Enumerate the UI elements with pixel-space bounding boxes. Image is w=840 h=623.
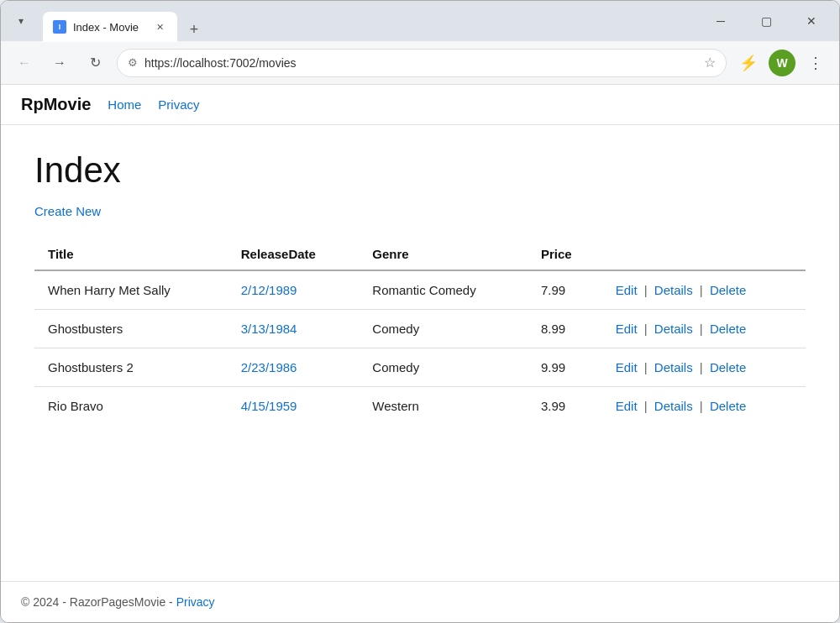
nav-home[interactable]: Home <box>108 97 141 112</box>
url-display: https://localhost:7002/movies <box>144 56 697 70</box>
tab-close-button[interactable]: ✕ <box>152 19 167 34</box>
browser-extras: ⚡ W ⋮ <box>735 50 829 76</box>
close-button[interactable]: ✕ <box>792 8 831 34</box>
edit-link[interactable]: Edit <box>616 360 638 374</box>
table-header: Title ReleaseDate Genre Price <box>34 238 806 270</box>
edit-link[interactable]: Edit <box>616 322 638 336</box>
tab-favicon: I <box>53 20 66 34</box>
separator-1: | <box>644 283 651 297</box>
separator-2: | <box>700 283 706 297</box>
cell-title: When Harry Met Sally <box>34 270 228 310</box>
delete-link[interactable]: Delete <box>710 322 746 336</box>
maximize-button[interactable]: ▢ <box>747 8 785 34</box>
separator-1: | <box>644 322 651 336</box>
minimize-button[interactable]: ─ <box>701 8 740 34</box>
separator-1: | <box>644 360 651 374</box>
table-row: When Harry Met Sally 2/12/1989 Romantic … <box>34 270 806 310</box>
cell-genre: Western <box>359 387 528 426</box>
create-new-link[interactable]: Create New <box>34 204 101 218</box>
movies-table: Title ReleaseDate Genre Price When Harry… <box>34 238 806 425</box>
back-button[interactable]: ← <box>11 50 38 76</box>
cell-title: Rio Bravo <box>34 387 228 426</box>
cell-date: 2/12/1989 <box>228 270 360 310</box>
separator-2: | <box>700 322 706 336</box>
profile-button[interactable]: W <box>769 50 795 76</box>
cell-actions: Edit | Details | Delete <box>602 270 806 310</box>
edit-link[interactable]: Edit <box>616 283 638 297</box>
cell-genre: Comedy <box>359 310 528 348</box>
cell-date: 2/23/1986 <box>228 348 360 387</box>
tab-list: I Index - Movie ✕ + <box>43 1 206 41</box>
main-content: Index Create New Title ReleaseDate Genre… <box>1 125 839 581</box>
delete-link[interactable]: Delete <box>710 360 746 374</box>
browser-addressbar: ← → ↻ ⚙ https://localhost:7002/movies ☆ … <box>1 41 839 85</box>
details-link[interactable]: Details <box>654 399 693 413</box>
details-link[interactable]: Details <box>654 322 693 336</box>
cell-title: Ghostbusters 2 <box>34 348 228 387</box>
extensions-button[interactable]: ⚡ <box>735 50 762 76</box>
tab-title: Index - Movie <box>73 21 139 34</box>
table-row: Ghostbusters 3/13/1984 Comedy 8.99 Edit … <box>34 310 806 348</box>
col-title: Title <box>34 238 228 270</box>
table-body: When Harry Met Sally 2/12/1989 Romantic … <box>34 270 806 425</box>
cell-genre: Romantic Comedy <box>359 270 528 310</box>
bookmark-icon[interactable]: ☆ <box>704 55 716 71</box>
cell-actions: Edit | Details | Delete <box>602 348 806 387</box>
cell-actions: Edit | Details | Delete <box>602 310 806 348</box>
separator-2: | <box>700 399 706 413</box>
window-controls: ─ ▢ ✕ <box>701 8 831 34</box>
nav-privacy[interactable]: Privacy <box>158 97 199 112</box>
cell-price: 3.99 <box>528 387 602 426</box>
cell-date: 3/13/1984 <box>228 310 360 348</box>
table-row: Ghostbusters 2 2/23/1986 Comedy 9.99 Edi… <box>34 348 806 387</box>
site-brand[interactable]: RpMovie <box>21 95 91 114</box>
cell-actions: Edit | Details | Delete <box>602 387 806 426</box>
site-nav: RpMovie Home Privacy <box>1 85 839 125</box>
site-footer: © 2024 - RazorPagesMovie - Privacy <box>1 581 839 622</box>
tab-dropdown-button[interactable]: ▾ <box>9 9 33 33</box>
col-actions <box>602 238 806 270</box>
new-tab-button[interactable]: + <box>182 18 206 41</box>
separator-1: | <box>644 399 651 413</box>
menu-button[interactable]: ⋮ <box>802 50 829 76</box>
active-tab[interactable]: I Index - Movie ✕ <box>43 12 177 42</box>
col-release-date: ReleaseDate <box>228 238 360 270</box>
footer-text: © 2024 - RazorPagesMovie - <box>21 595 176 609</box>
edit-link[interactable]: Edit <box>616 399 638 413</box>
cell-genre: Comedy <box>359 348 528 387</box>
table-row: Rio Bravo 4/15/1959 Western 3.99 Edit | … <box>34 387 806 426</box>
cell-price: 9.99 <box>528 348 602 387</box>
col-price: Price <box>528 238 602 270</box>
col-genre: Genre <box>359 238 528 270</box>
cell-price: 7.99 <box>528 270 602 310</box>
browser-content: RpMovie Home Privacy Index Create New Ti… <box>1 85 839 622</box>
address-bar[interactable]: ⚙ https://localhost:7002/movies ☆ <box>117 49 727 77</box>
details-link[interactable]: Details <box>654 283 693 297</box>
reload-button[interactable]: ↻ <box>81 50 108 76</box>
page-title: Index <box>34 150 806 191</box>
browser-titlebar: ▾ I Index - Movie ✕ + ─ ▢ ✕ <box>1 1 839 41</box>
footer-privacy-link[interactable]: Privacy <box>176 595 215 609</box>
separator-2: | <box>700 360 706 374</box>
browser-window: ▾ I Index - Movie ✕ + ─ ▢ ✕ ← → ↻ ⚙ http… <box>0 0 840 623</box>
details-link[interactable]: Details <box>654 360 693 374</box>
cell-title: Ghostbusters <box>34 310 228 348</box>
security-icon: ⚙ <box>128 56 138 69</box>
cell-date: 4/15/1959 <box>228 387 360 426</box>
header-row: Title ReleaseDate Genre Price <box>34 238 806 270</box>
delete-link[interactable]: Delete <box>710 399 746 413</box>
delete-link[interactable]: Delete <box>710 283 746 297</box>
forward-button[interactable]: → <box>46 50 73 76</box>
cell-price: 8.99 <box>528 310 602 348</box>
